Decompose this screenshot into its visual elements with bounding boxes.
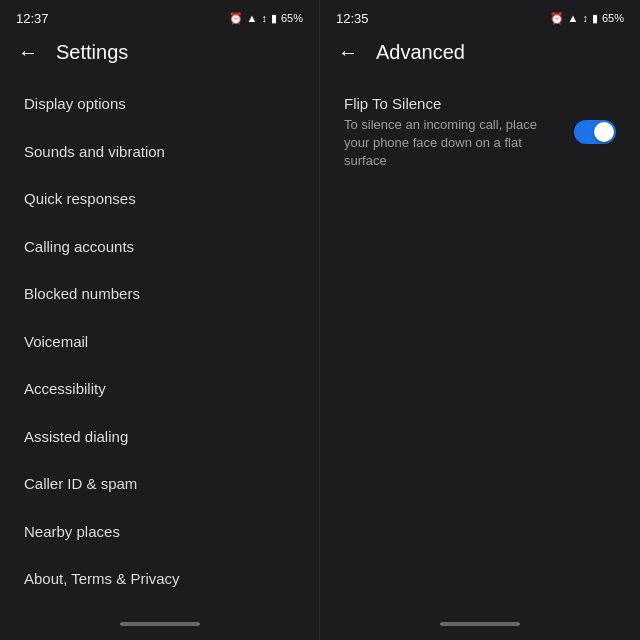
settings-item-assisted-dialing[interactable]: Assisted dialing [0, 413, 319, 461]
settings-item-display[interactable]: Display options [0, 80, 319, 128]
left-settings-list: Display options Sounds and vibration Qui… [0, 76, 319, 608]
right-battery: 65% [602, 12, 624, 24]
right-home-indicator [320, 608, 640, 640]
settings-item-caller-id[interactable]: Caller ID & spam [0, 460, 319, 508]
left-battery: 65% [281, 12, 303, 24]
right-top-bar: ← Advanced [320, 32, 640, 76]
signal-icon: ↕ [261, 12, 267, 24]
right-status-icons: ⏰ ▲ ↕ ▮ 65% [550, 12, 624, 25]
flip-to-silence-label: Flip To Silence [344, 94, 562, 114]
settings-item-about[interactable]: About, Terms & Privacy [0, 555, 319, 603]
flip-to-silence-text: Flip To Silence To silence an incoming c… [344, 94, 574, 170]
left-status-icons: ⏰ ▲ ↕ ▮ 65% [229, 12, 303, 25]
left-screen-title: Settings [56, 41, 128, 64]
alarm-icon: ⏰ [229, 12, 243, 25]
settings-item-sounds[interactable]: Sounds and vibration [0, 128, 319, 176]
flip-to-silence-desc: To silence an incoming call, place your … [344, 116, 562, 171]
left-home-bar [120, 622, 200, 626]
settings-item-calling-accounts[interactable]: Calling accounts [0, 223, 319, 271]
toggle-knob [594, 122, 614, 142]
right-battery-icon: ▮ [592, 12, 598, 25]
settings-item-accessibility[interactable]: Accessibility [0, 365, 319, 413]
left-back-button[interactable]: ← [16, 40, 40, 64]
left-time: 12:37 [16, 11, 49, 26]
right-alarm-icon: ⏰ [550, 12, 564, 25]
settings-item-quick-responses[interactable]: Quick responses [0, 175, 319, 223]
right-screen-title: Advanced [376, 41, 465, 64]
left-phone-panel: 12:37 ⏰ ▲ ↕ ▮ 65% ← Settings Display opt… [0, 0, 320, 640]
right-signal-icon: ↕ [582, 12, 588, 24]
flip-to-silence-row[interactable]: Flip To Silence To silence an incoming c… [320, 80, 640, 184]
wifi-icon: ▲ [247, 12, 258, 24]
left-top-bar: ← Settings [0, 32, 319, 76]
left-home-indicator [0, 608, 319, 640]
left-status-bar: 12:37 ⏰ ▲ ↕ ▮ 65% [0, 0, 319, 32]
right-back-button[interactable]: ← [336, 40, 360, 64]
right-phone-panel: 12:35 ⏰ ▲ ↕ ▮ 65% ← Advanced Flip To Sil… [320, 0, 640, 640]
settings-item-nearby-places[interactable]: Nearby places [0, 508, 319, 556]
right-home-bar [440, 622, 520, 626]
right-time: 12:35 [336, 11, 369, 26]
settings-item-blocked-numbers[interactable]: Blocked numbers [0, 270, 319, 318]
settings-item-voicemail[interactable]: Voicemail [0, 318, 319, 366]
right-wifi-icon: ▲ [568, 12, 579, 24]
flip-to-silence-toggle[interactable] [574, 120, 616, 144]
right-status-bar: 12:35 ⏰ ▲ ↕ ▮ 65% [320, 0, 640, 32]
battery-icon: ▮ [271, 12, 277, 25]
